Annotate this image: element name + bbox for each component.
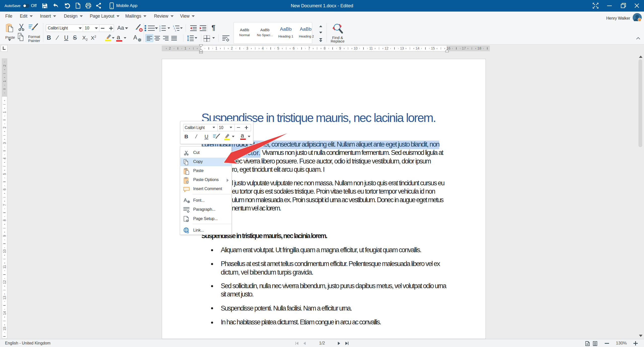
svg-text:3: 3 [159,29,160,32]
svg-text:3: 3 [175,29,176,32]
